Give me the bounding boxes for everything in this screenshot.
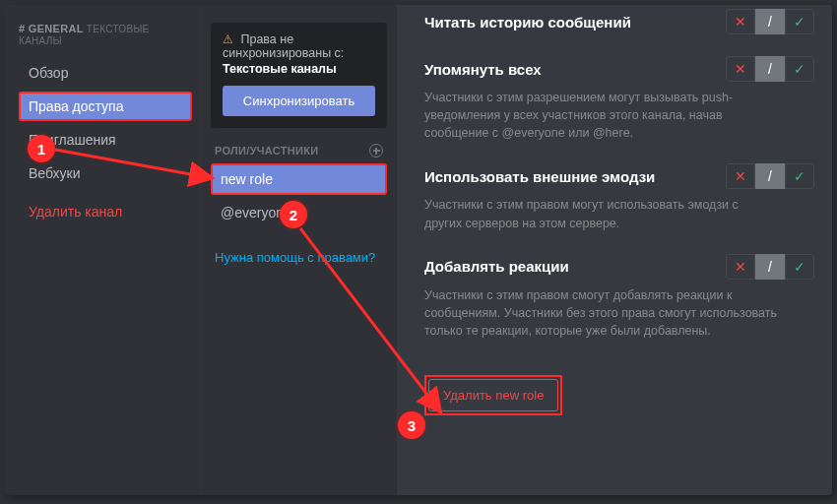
perm-toggle[interactable]: ✕ / ✓: [726, 254, 814, 280]
perm-title: Добавлять реакции: [424, 258, 569, 275]
toggle-neutral[interactable]: /: [755, 56, 785, 82]
toggle-deny[interactable]: ✕: [726, 254, 755, 280]
warning-icon: ⚠: [223, 32, 233, 46]
delete-role-button[interactable]: Удалить new role: [428, 379, 558, 411]
sidebar-item-permissions[interactable]: Права доступа: [19, 92, 192, 121]
sidebar: # GENERAL ТЕКСТОВЫЕ КАНАЛЫ Обзор Права д…: [5, 5, 200, 495]
sync-line1: Права не синхронизированы с:: [223, 32, 344, 60]
toggle-neutral[interactable]: /: [755, 9, 785, 34]
perm-title: Упомянуть всех: [424, 61, 542, 78]
roles-column: ⚠ Права не синхронизированы с: Текстовые…: [200, 5, 397, 495]
toggle-neutral[interactable]: /: [755, 163, 785, 189]
channel-header: # GENERAL ТЕКСТОВЫЕ КАНАЛЫ: [19, 23, 192, 46]
toggle-allow[interactable]: ✓: [785, 56, 814, 82]
sidebar-item-webhooks[interactable]: Вебхуки: [19, 158, 192, 188]
toggle-allow[interactable]: ✓: [785, 163, 814, 189]
toggle-allow[interactable]: ✓: [785, 254, 814, 280]
perm-title: Читать историю сообщений: [424, 14, 631, 31]
permissions-panel: Читать историю сообщений ✕ / ✓ Упомянуть…: [397, 5, 832, 495]
role-item-everyone[interactable]: @everyone: [211, 197, 387, 228]
perm-desc: Участники с этим правом могут использова…: [424, 196, 779, 231]
sidebar-item-overview[interactable]: Обзор: [19, 58, 192, 88]
perm-toggle[interactable]: ✕ / ✓: [726, 9, 814, 34]
sync-button[interactable]: Синхронизировать: [223, 86, 375, 116]
roles-header: РОЛИ/УЧАСТНИКИ: [215, 144, 383, 158]
channel-hash: # GENERAL: [19, 23, 83, 34]
role-item-newrole[interactable]: new role: [211, 163, 387, 195]
roles-header-label: РОЛИ/УЧАСТНИКИ: [215, 145, 318, 157]
delete-channel-link[interactable]: Удалить канал: [19, 194, 192, 229]
sync-text: ⚠ Права не синхронизированы с: Текстовые…: [223, 32, 375, 76]
toggle-allow[interactable]: ✓: [785, 9, 814, 34]
perm-title: Использовать внешние эмодзи: [424, 168, 655, 185]
sync-category: Текстовые каналы: [223, 62, 375, 76]
perm-desc: Участники с этим разрешением могут вызыв…: [424, 89, 779, 142]
delete-role-highlight: Удалить new role: [424, 375, 562, 415]
toggle-deny[interactable]: ✕: [726, 9, 755, 34]
help-link[interactable]: Нужна помощь с правами?: [211, 250, 387, 265]
perm-toggle[interactable]: ✕ / ✓: [726, 163, 814, 189]
sidebar-item-invites[interactable]: Приглашения: [19, 125, 192, 155]
add-role-icon[interactable]: [369, 144, 383, 158]
toggle-deny[interactable]: ✕: [726, 163, 755, 189]
toggle-neutral[interactable]: /: [755, 254, 785, 280]
sync-card: ⚠ Права не синхронизированы с: Текстовые…: [211, 23, 387, 128]
perm-toggle[interactable]: ✕ / ✓: [726, 56, 814, 82]
toggle-deny[interactable]: ✕: [726, 56, 755, 82]
perm-desc: Участники с этим правом смогут добавлять…: [424, 286, 779, 340]
